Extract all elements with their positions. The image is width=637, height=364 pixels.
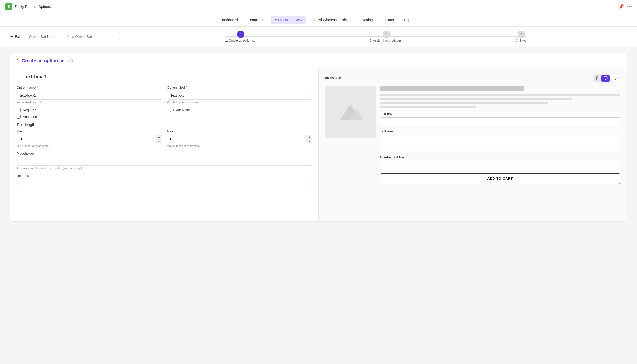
svg-rect-2 — [604, 77, 607, 79]
right-column: PREVIEW — [319, 68, 627, 221]
exit-icon: ⬅ — [10, 35, 13, 39]
nav-item-your-option-sets[interactable]: Your Option Sets — [271, 16, 306, 24]
preview-number-text-box-label: Number text box — [380, 155, 621, 159]
more-options-icon[interactable]: ••• — [627, 4, 632, 9]
fullscreen-button[interactable] — [612, 74, 620, 82]
option-label-input[interactable] — [167, 91, 312, 100]
nav-item-settings[interactable]: Settings — [358, 16, 379, 24]
svg-line-5 — [617, 77, 618, 78]
required-star-name: * — [37, 86, 38, 89]
card-header: 1. Create an option set ? — [10, 53, 627, 68]
stepper-step-3: 3 3. Save — [516, 31, 527, 42]
step-circle-1: 1 — [237, 31, 244, 38]
top-bar: E Easify Product Options 📌 ••• — [0, 0, 637, 13]
step-circle-2: 2 — [383, 31, 390, 38]
max-hint: Max number of characters — [167, 144, 312, 147]
nav-item-plans[interactable]: Plans — [381, 16, 398, 24]
stepper: 1 1. Create an option set 2 2. Assign it… — [125, 31, 627, 42]
option-set-name-label: Option Set Name — [29, 35, 56, 39]
left-column: ← text-box-1 Option name * For internal … — [10, 68, 319, 221]
nav-item-templates[interactable]: Templates — [244, 16, 269, 24]
preview-header: PREVIEW — [325, 74, 621, 82]
svg-point-1 — [597, 79, 597, 79]
placeholder-label: Placeholder — [17, 152, 312, 155]
max-spinners: ▲ ▼ — [306, 135, 312, 143]
back-button[interactable]: ← — [17, 74, 21, 79]
hidden-label-checkbox-group: Hidden label — [167, 108, 312, 119]
nav-item-dashboard[interactable]: Dashboard — [216, 16, 242, 24]
top-bar-right: 📌 ••• — [618, 4, 632, 9]
section-header: ← text-box-1 — [17, 74, 312, 79]
preview-text-area-label: Text area — [380, 129, 621, 133]
step-label-1: 1. Create an option set — [225, 39, 256, 42]
max-spin-down[interactable]: ▼ — [306, 139, 312, 144]
add-to-cart-button[interactable]: ADD TO CART — [380, 173, 621, 184]
min-input[interactable] — [17, 135, 162, 143]
exit-button[interactable]: ⬅ Exit — [10, 35, 21, 39]
max-label: Max — [167, 129, 312, 133]
hidden-label-checkbox[interactable] — [167, 108, 171, 112]
desktop-view-button[interactable] — [601, 75, 610, 82]
product-preview: Text box Text area Number text box ADD T… — [325, 86, 621, 184]
required-checkbox-label[interactable]: Required — [17, 108, 162, 112]
app-branding: E Easify Product Options — [5, 3, 51, 10]
app-logo: E — [5, 3, 12, 10]
stepper-step-1: 1 1. Create an option set — [225, 31, 256, 42]
min-input-wrap: ▲ ▼ — [17, 135, 162, 143]
nav-item-support[interactable]: Support — [400, 16, 421, 24]
product-image-placeholder — [325, 86, 376, 138]
min-spinners: ▲ ▼ — [156, 135, 162, 143]
min-label: Min — [17, 129, 162, 133]
option-set-name-input[interactable] — [64, 33, 120, 40]
preview-number-text-box-input[interactable] — [380, 161, 621, 169]
help-icon[interactable]: ? — [68, 59, 73, 63]
desktop-icon — [604, 76, 608, 80]
svg-line-6 — [615, 78, 616, 79]
placeholder-input[interactable] — [17, 157, 312, 166]
preview-text-box-input[interactable] — [380, 117, 621, 126]
required-checkbox-group: Required Add price — [17, 108, 162, 119]
pin-icon[interactable]: 📌 — [618, 4, 624, 9]
main-card: 1. Create an option set ? ← text-box-1 O… — [10, 53, 627, 222]
stepper-steps: 1 1. Create an option set 2 2. Assign it… — [225, 31, 526, 42]
back-arrow-icon: ← — [17, 74, 21, 79]
max-spin-up[interactable]: ▲ — [306, 135, 312, 139]
help-text-input[interactable] — [17, 179, 312, 188]
option-label-group: Option label * Visible to your customers — [167, 86, 312, 104]
option-name-input[interactable] — [17, 91, 162, 100]
preview-title: PREVIEW — [325, 76, 341, 80]
mobile-icon — [595, 76, 599, 80]
skeleton-line-2 — [380, 98, 572, 100]
product-image-placeholder-icon — [338, 102, 363, 122]
step-label-3: 3. Save — [516, 39, 527, 42]
stepper-bar: ⬅ Exit Option Set Name 1 1. Create an op… — [0, 27, 637, 47]
option-name-group: Option name * For internal use only — [17, 86, 162, 104]
section-title: text-box-1 — [24, 74, 46, 79]
option-name-label: Option name * — [17, 86, 162, 89]
mobile-view-button[interactable] — [593, 75, 601, 82]
step-label-2: 2. Assign it to product(s) — [370, 39, 403, 42]
required-checkbox[interactable] — [17, 108, 21, 112]
main-content: 1. Create an option set ? ← text-box-1 O… — [0, 47, 637, 228]
option-name-hint: For internal use only — [17, 101, 162, 104]
product-title-skeleton — [380, 86, 524, 91]
required-star-label: * — [186, 86, 187, 89]
max-input[interactable] — [167, 135, 312, 143]
hidden-label-checkbox-label[interactable]: Hidden label — [167, 108, 312, 112]
min-spin-down[interactable]: ▼ — [156, 139, 162, 144]
min-spin-up[interactable]: ▲ — [156, 135, 162, 139]
preview-text-area-input[interactable] — [380, 135, 621, 151]
preview-controls — [593, 74, 620, 82]
nav-item-tiered-wholesale-pricing[interactable]: Tiered Wholesale Pricing — [308, 16, 356, 24]
skeleton-line-4 — [380, 106, 476, 108]
fullscreen-icon — [615, 76, 618, 80]
add-price-checkbox[interactable] — [17, 115, 21, 119]
add-price-checkbox-label[interactable]: Add price — [17, 115, 162, 119]
option-label-label: Option label * — [167, 86, 312, 89]
two-col-layout: ← text-box-1 Option name * For internal … — [10, 68, 627, 221]
min-hint: Min number of characters — [17, 144, 162, 147]
help-text-group: Help text — [17, 174, 312, 188]
skeleton-line-3 — [380, 102, 548, 104]
text-length-subtitle: Text length — [17, 123, 312, 127]
app-name: Easify Product Options — [14, 5, 51, 9]
